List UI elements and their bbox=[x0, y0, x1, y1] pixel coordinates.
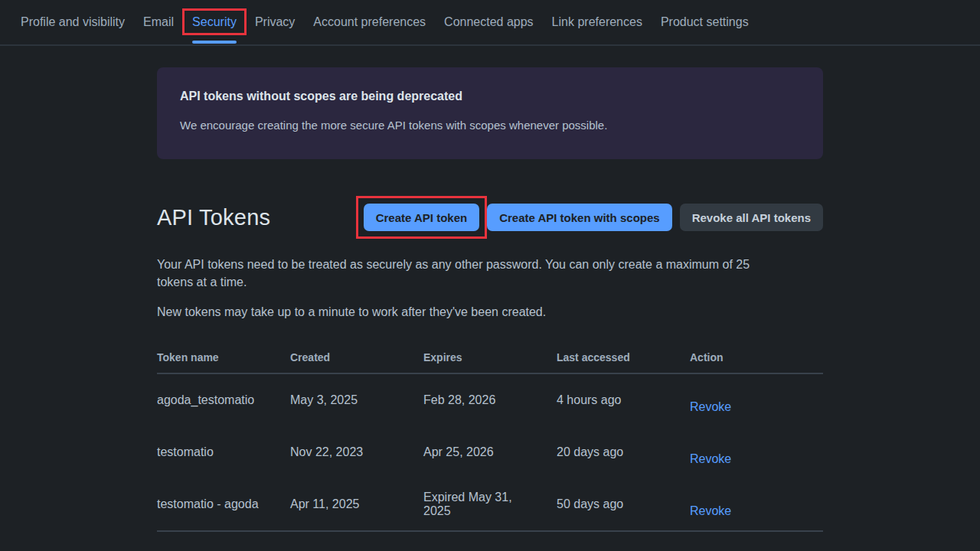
revoke-all-api-tokens-button[interactable]: Revoke all API tokens bbox=[680, 204, 823, 231]
column-header-token-name: Token name bbox=[157, 345, 290, 373]
created-cell: Nov 22, 2023 bbox=[290, 426, 423, 478]
tokens-description: Your API tokens need to be treated as se… bbox=[157, 256, 823, 291]
api-token-actions: Create API token Create API token with s… bbox=[364, 204, 823, 231]
create-api-token-button[interactable]: Create API token bbox=[364, 204, 479, 231]
tab-link-preferences[interactable]: Link preferences bbox=[552, 0, 642, 44]
last-accessed-cell: 50 days ago bbox=[557, 478, 690, 531]
api-tokens-header-row: API Tokens Create API token Create API t… bbox=[157, 202, 823, 233]
created-cell: May 3, 2025 bbox=[290, 373, 423, 426]
banner-title: API tokens without scopes are being depr… bbox=[180, 90, 800, 103]
api-tokens-table: Token name Created Expires Last accessed… bbox=[157, 345, 823, 532]
tab-product-settings[interactable]: Product settings bbox=[661, 0, 749, 44]
table-row: agoda_testomatio May 3, 2025 Feb 28, 202… bbox=[157, 373, 823, 426]
action-cell: Revoke bbox=[690, 478, 823, 531]
last-accessed-cell: 20 days ago bbox=[557, 426, 690, 478]
column-header-expires: Expires bbox=[423, 345, 557, 373]
column-header-last-accessed: Last accessed bbox=[557, 345, 690, 373]
tab-security[interactable]: Security bbox=[192, 0, 237, 44]
column-header-created: Created bbox=[290, 345, 423, 373]
expires-cell: Expired May 31, 2025 bbox=[423, 478, 557, 531]
tab-label: Privacy bbox=[255, 15, 295, 29]
column-header-action: Action bbox=[690, 345, 823, 373]
expires-cell: Apr 25, 2026 bbox=[423, 426, 557, 478]
tab-label: Profile and visibility bbox=[21, 15, 125, 29]
tab-email[interactable]: Email bbox=[143, 0, 174, 44]
tab-account-preferences[interactable]: Account preferences bbox=[313, 0, 426, 44]
revoke-link[interactable]: Revoke bbox=[690, 400, 731, 413]
tokens-delay-note: New tokens may take up to a minute to wo… bbox=[157, 303, 823, 321]
tab-label: Account preferences bbox=[313, 15, 426, 29]
security-settings-content: API tokens without scopes are being depr… bbox=[157, 67, 823, 532]
tab-label: Email bbox=[143, 15, 174, 29]
tab-privacy[interactable]: Privacy bbox=[255, 0, 295, 44]
revoke-link[interactable]: Revoke bbox=[690, 504, 731, 517]
table-header-row: Token name Created Expires Last accessed… bbox=[157, 345, 823, 373]
tab-label: Product settings bbox=[661, 15, 749, 29]
token-name-cell: testomatio - agoda bbox=[157, 478, 290, 531]
active-tab-indicator bbox=[192, 41, 237, 44]
create-token-annotation-wrap: Create API token bbox=[364, 204, 479, 231]
last-accessed-cell: 4 hours ago bbox=[557, 373, 690, 426]
tab-connected-apps[interactable]: Connected apps bbox=[444, 0, 534, 44]
action-cell: Revoke bbox=[690, 426, 823, 478]
tab-label: Security bbox=[192, 15, 237, 29]
tab-label: Connected apps bbox=[444, 15, 534, 29]
token-name-cell: testomatio bbox=[157, 426, 290, 478]
table-row: testomatio Nov 22, 2023 Apr 25, 2026 20 … bbox=[157, 426, 823, 478]
expires-cell: Feb 28, 2026 bbox=[423, 373, 557, 426]
action-cell: Revoke bbox=[690, 373, 823, 426]
tab-label: Link preferences bbox=[552, 15, 642, 29]
token-name-cell: agoda_testomatio bbox=[157, 373, 290, 426]
create-api-token-with-scopes-button[interactable]: Create API token with scopes bbox=[487, 204, 672, 231]
page-title: API Tokens bbox=[157, 205, 270, 230]
revoke-link[interactable]: Revoke bbox=[690, 452, 731, 465]
created-cell: Apr 11, 2025 bbox=[290, 478, 423, 531]
table-row: testomatio - agoda Apr 11, 2025 Expired … bbox=[157, 478, 823, 531]
tab-profile-and-visibility[interactable]: Profile and visibility bbox=[21, 0, 125, 44]
deprecation-banner: API tokens without scopes are being depr… bbox=[157, 67, 823, 159]
account-settings-nav: Profile and visibility Email Security Pr… bbox=[0, 0, 980, 46]
banner-body: We encourage creating the more secure AP… bbox=[180, 119, 800, 132]
